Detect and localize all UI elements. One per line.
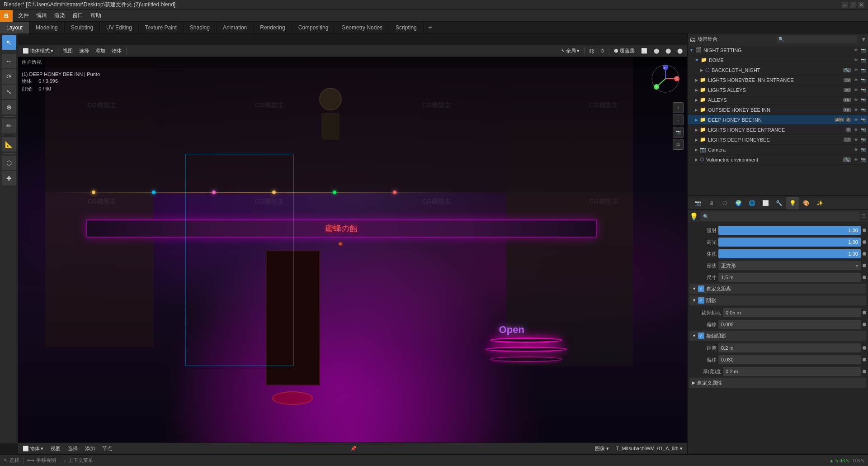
eye-icon[interactable]: 👁 xyxy=(853,117,859,123)
minimize-button[interactable]: — xyxy=(842,2,848,8)
volume-slider[interactable]: 1.00 xyxy=(718,249,861,258)
workspace-tab-compositing[interactable]: Compositing xyxy=(292,22,335,33)
outliner-item-volumetric[interactable]: ▶ ⬡ Volumetric environment 🔧 👁 📷 xyxy=(688,155,868,165)
outliner-item-dome[interactable]: ▼ 📁 DOME 👁 📷 xyxy=(688,55,868,65)
render-icon[interactable]: 📷 xyxy=(860,67,866,73)
add-cube-tool[interactable]: ⬡ xyxy=(2,156,16,170)
view-menu-bottom[interactable]: 视图 xyxy=(48,444,63,453)
eye-icon[interactable]: 👁 xyxy=(853,67,859,73)
prop-tab-material[interactable]: 🎨 xyxy=(800,197,812,209)
options-icon[interactable]: ☰ xyxy=(861,213,866,219)
bias2-field[interactable]: 0.030 xyxy=(718,355,861,364)
workspace-tab-modeling[interactable]: Modeling xyxy=(29,22,65,33)
object-menu[interactable]: 物体 xyxy=(109,47,124,55)
diffuse-slider[interactable]: 1.00 xyxy=(718,226,861,235)
prop-tab-render[interactable]: 📷 xyxy=(691,197,704,209)
workspace-tab-rendering[interactable]: Rendering xyxy=(254,22,292,33)
eye-icon[interactable]: 👁 xyxy=(853,87,859,93)
render-icon[interactable]: 📷 xyxy=(860,107,866,113)
workspace-tab-sculpting[interactable]: Sculpting xyxy=(65,22,100,33)
eye-icon[interactable]: 👁 xyxy=(853,147,859,153)
render-icon[interactable]: 📷 xyxy=(860,77,866,83)
workspace-tab-animation[interactable]: Animation xyxy=(217,22,254,33)
move-tool[interactable]: ↔ xyxy=(2,54,16,68)
add-menu[interactable]: 添加 xyxy=(93,47,108,55)
volume-dot[interactable] xyxy=(863,252,866,256)
contact-shadow-header[interactable]: ▼ ✓ 接触阴影 xyxy=(689,331,866,341)
eye-icon[interactable]: 👁 xyxy=(853,157,859,163)
close-button[interactable]: ✕ xyxy=(858,2,864,8)
size-field[interactable]: 1.5 m xyxy=(718,273,861,282)
workspace-tab-shading[interactable]: Shading xyxy=(184,22,217,33)
menu-file[interactable]: 文件 xyxy=(14,10,33,22)
distance-dot[interactable] xyxy=(863,346,866,350)
render-icon[interactable]: 📷 xyxy=(860,87,866,93)
distance-field[interactable]: 0.2 m xyxy=(718,343,861,352)
outliner-search[interactable]: 🔍 xyxy=(777,35,858,43)
workspace-tab-scripting[interactable]: Scripting xyxy=(389,22,424,33)
zoom-in-button[interactable]: + xyxy=(673,102,684,113)
bias2-dot[interactable] xyxy=(863,358,866,361)
eye-icon[interactable]: 👁 xyxy=(853,77,859,83)
select-tool[interactable]: ↖ xyxy=(2,35,16,50)
annotate-tool[interactable]: ✏ xyxy=(2,119,16,133)
outliner-filter-icon[interactable]: ▼ xyxy=(861,36,866,43)
eye-icon[interactable]: 👁 xyxy=(853,137,859,143)
image-selector[interactable]: 图像 ▾ xyxy=(592,444,612,453)
pin-button[interactable]: 📌 xyxy=(348,445,359,452)
bias-dot[interactable] xyxy=(863,323,866,326)
eye-icon[interactable]: 👁 xyxy=(853,47,859,53)
outliner-item-lights-hb-ent[interactable]: ▶ 📁 LIGHTS HONEY BEE ENTRANCE 9 👁 📷 xyxy=(688,125,868,135)
view-menu[interactable]: 视图 xyxy=(60,47,75,55)
outliner-item-outside-hb[interactable]: ▶ 📁 OUTSIDE HONEY BEE INN 1K 👁 📷 xyxy=(688,105,868,115)
shape-select[interactable]: 正方形 ▾ xyxy=(718,261,861,270)
outliner-item-backcloth[interactable]: ▶ ⬡ BACKCLOTH_NIGHT 🔧 👁 📷 xyxy=(688,65,868,75)
render-icon[interactable]: 📷 xyxy=(860,97,866,103)
clip-start-dot[interactable] xyxy=(863,311,866,314)
maximize-button[interactable]: □ xyxy=(850,2,856,8)
overlay-button[interactable]: ⬢ 覆盖层 xyxy=(611,47,637,55)
viewport[interactable]: 蜜蜂の館 Open xyxy=(18,57,687,443)
mode-selector[interactable]: ⬜ 物体模式 ▾ xyxy=(20,47,56,55)
menu-edit[interactable]: 编辑 xyxy=(33,10,51,22)
clip-start-field[interactable]: 0.05 m xyxy=(723,308,861,317)
outliner-item-lights-alleys[interactable]: ▶ 📁 LIGHTS ALLEYS 20 👁 📷 xyxy=(688,85,868,95)
specular-dot[interactable] xyxy=(863,240,866,244)
specular-slider[interactable]: 1.00 xyxy=(718,238,861,247)
bias-field[interactable]: 0.005 xyxy=(718,320,861,329)
thickness-dot[interactable] xyxy=(863,370,866,373)
transform-tool[interactable]: ⊕ xyxy=(2,100,16,114)
prop-tab-particles[interactable]: ✨ xyxy=(813,197,826,209)
rotate-tool[interactable]: ⟳ xyxy=(2,69,16,84)
workspace-tab-uv-editing[interactable]: UV Editing xyxy=(100,22,139,33)
workspace-tab-geometry-nodes[interactable]: Geometry Nodes xyxy=(335,22,389,33)
outliner-item-camera[interactable]: ▶ 📷 Camera 👁 📷 xyxy=(688,145,868,155)
render-icon[interactable]: 📷 xyxy=(860,57,866,63)
outliner-item-night-setting[interactable]: ▼ 🎬 NIGHT SETTING 👁 📷 xyxy=(688,45,868,55)
proportional-edit[interactable]: ⊙ xyxy=(598,47,607,55)
viewport-shading-solid[interactable]: ⬤ xyxy=(651,47,662,55)
navigation-gizmo[interactable]: Z X Y xyxy=(647,61,684,97)
prop-tab-output[interactable]: 🖥 xyxy=(705,197,717,209)
outliner-item-lights-honeybee[interactable]: ▶ 📁 LIGHTS HONEYBEE INN ENTRANCE 19 👁 📷 xyxy=(688,75,868,85)
prop-tab-data[interactable]: 💡 xyxy=(786,197,799,209)
workspace-tab-layout[interactable]: Layout xyxy=(0,22,29,33)
snap-button[interactable]: ⛓ xyxy=(586,48,597,55)
render-icon[interactable]: 📷 xyxy=(860,157,866,163)
viewport-shading-material[interactable]: ⬤ xyxy=(663,47,674,55)
prop-tab-object[interactable]: ⬜ xyxy=(759,197,772,209)
prop-tab-scene[interactable]: 🌍 xyxy=(732,197,745,209)
render-icon[interactable]: 📷 xyxy=(860,47,866,53)
node-menu-bottom[interactable]: 节点 xyxy=(99,444,115,453)
shadow-check[interactable]: ✓ xyxy=(698,297,704,304)
object-mode-bottom[interactable]: ⬜ 物体▾ xyxy=(20,444,46,453)
menu-window[interactable]: 窗口 xyxy=(69,10,87,22)
zoom-out-button[interactable]: − xyxy=(673,114,684,125)
menu-render[interactable]: 渲染 xyxy=(51,10,69,22)
custom-distance-check[interactable]: ✓ xyxy=(698,285,704,292)
eye-icon[interactable]: 👁 xyxy=(853,107,859,113)
eye-icon[interactable]: 👁 xyxy=(853,97,859,103)
workspace-add-tab[interactable]: + xyxy=(424,22,437,33)
measure-tool[interactable]: 📐 xyxy=(2,137,16,152)
eye-icon[interactable]: 👁 xyxy=(853,127,859,133)
